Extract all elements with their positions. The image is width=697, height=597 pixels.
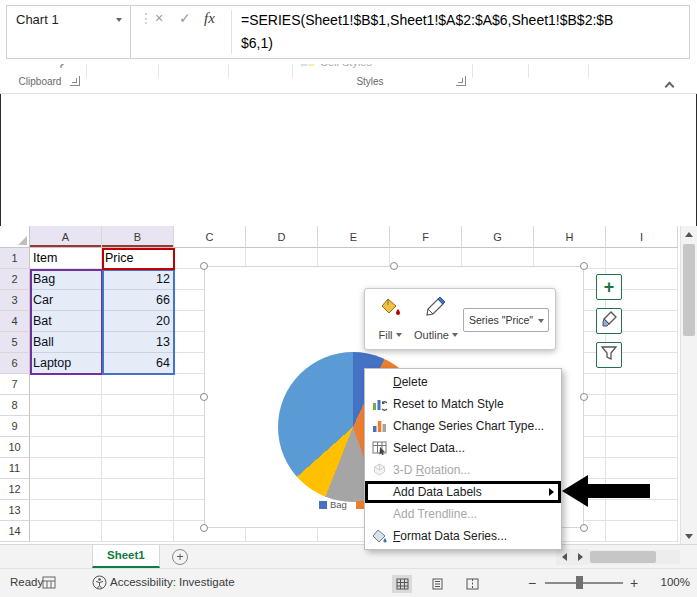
chart-handle-e[interactable] xyxy=(580,393,588,401)
column-header-a[interactable]: A xyxy=(30,226,102,248)
row-header-3[interactable]: 3 xyxy=(0,290,30,311)
cell-b6[interactable]: 64 xyxy=(102,353,174,374)
column-header-g[interactable]: G xyxy=(462,226,534,248)
row-header-2[interactable]: 2 xyxy=(0,269,30,290)
horizontal-scrollbar[interactable] xyxy=(588,550,680,564)
zoom-out-icon[interactable]: − xyxy=(528,575,536,591)
column-header-f[interactable]: F xyxy=(390,226,462,248)
cell-i7[interactable] xyxy=(606,374,678,395)
insert-function-icon[interactable]: fx xyxy=(204,10,215,27)
cell-i14[interactable] xyxy=(606,521,678,542)
cell-i1[interactable] xyxy=(606,248,678,269)
row-header-9[interactable]: 9 xyxy=(0,416,30,437)
cell-b12[interactable] xyxy=(102,479,174,500)
clipboard-dialog-launcher[interactable] xyxy=(70,76,80,86)
cell-a3[interactable]: Car xyxy=(30,290,102,311)
new-sheet-button[interactable]: + xyxy=(172,549,188,565)
series-selector[interactable]: Series "Price" xyxy=(463,308,549,332)
formula-input[interactable]: =SERIES(Sheet1!$B$1,Sheet1!$A$2:$A$6,She… xyxy=(241,9,621,55)
accessibility-status[interactable]: Accessibility: Investigate xyxy=(110,576,235,588)
vertical-scrollbar-thumb[interactable] xyxy=(683,244,695,336)
scroll-up-icon[interactable] xyxy=(681,226,697,242)
menu-item-delete[interactable]: Delete xyxy=(365,371,561,393)
cell-a5[interactable]: Ball xyxy=(30,332,102,353)
scroll-left-icon[interactable] xyxy=(556,549,572,565)
row-header-8[interactable]: 8 xyxy=(0,395,30,416)
cell-b3[interactable]: 66 xyxy=(102,290,174,311)
cell-a8[interactable] xyxy=(30,395,102,416)
zoom-level[interactable]: 100% xyxy=(652,576,690,588)
menu-item-select-data[interactable]: Select Data... xyxy=(365,437,561,459)
column-header-h[interactable]: H xyxy=(534,226,606,248)
row-header-11[interactable]: 11 xyxy=(0,458,30,479)
cell-b10[interactable] xyxy=(102,437,174,458)
fill-button[interactable]: Fill xyxy=(371,295,409,343)
menu-item-format-data-series[interactable]: Format Data Series... xyxy=(365,525,561,547)
cell-a2[interactable]: Bag xyxy=(30,269,102,290)
row-header-10[interactable]: 10 xyxy=(0,437,30,458)
row-header-1[interactable]: 1 xyxy=(0,248,30,269)
cell-a7[interactable] xyxy=(30,374,102,395)
vertical-scrollbar[interactable] xyxy=(680,226,697,544)
cell-b5[interactable]: 13 xyxy=(102,332,174,353)
horizontal-scrollbar-thumb[interactable] xyxy=(590,551,656,563)
chart-styles-button[interactable] xyxy=(596,308,622,334)
name-box[interactable]: Chart 1 xyxy=(7,6,131,58)
page-break-view-icon[interactable] xyxy=(462,575,482,593)
zoom-in-icon[interactable]: + xyxy=(630,575,638,591)
cell-a13[interactable] xyxy=(30,500,102,521)
chart-handle-sw[interactable] xyxy=(200,524,208,532)
cell-a9[interactable] xyxy=(30,416,102,437)
cell-b2[interactable]: 12 xyxy=(102,269,174,290)
macro-record-icon[interactable] xyxy=(42,576,56,591)
column-header-e[interactable]: E xyxy=(318,226,390,248)
chart-handle-w[interactable] xyxy=(200,393,208,401)
row-header-4[interactable]: 4 xyxy=(0,311,30,332)
cell-b7[interactable] xyxy=(102,374,174,395)
menu-item-add-data-labels[interactable]: Add Data Labels xyxy=(365,481,561,503)
enter-check-icon[interactable]: ✓ xyxy=(179,10,191,26)
chart-handle-nw[interactable] xyxy=(200,262,208,270)
cell-i10[interactable] xyxy=(606,437,678,458)
column-header-i[interactable]: I xyxy=(606,226,678,248)
zoom-slider-thumb[interactable] xyxy=(576,576,583,589)
chart-filters-button[interactable] xyxy=(596,342,622,368)
cell-b8[interactable] xyxy=(102,395,174,416)
styles-dialog-launcher[interactable] xyxy=(456,76,466,86)
series-selector-dropdown-icon[interactable] xyxy=(538,319,544,323)
cell-i9[interactable] xyxy=(606,416,678,437)
cell-b9[interactable] xyxy=(102,416,174,437)
scroll-down-icon[interactable] xyxy=(681,528,697,544)
cell-b11[interactable] xyxy=(102,458,174,479)
sheet-tab-sheet1[interactable]: Sheet1 xyxy=(92,545,160,568)
cell-b4[interactable]: 20 xyxy=(102,311,174,332)
cell-a4[interactable]: Bat xyxy=(30,311,102,332)
chart-handle-se[interactable] xyxy=(580,524,588,532)
row-header-5[interactable]: 5 xyxy=(0,332,30,353)
cell-a12[interactable] xyxy=(30,479,102,500)
cell-a11[interactable] xyxy=(30,458,102,479)
cell-a14[interactable] xyxy=(30,521,102,542)
column-header-b[interactable]: B xyxy=(102,226,174,248)
accessibility-icon[interactable] xyxy=(92,575,107,592)
cell-b1[interactable]: Price xyxy=(102,248,174,269)
cell-b14[interactable] xyxy=(102,521,174,542)
collapse-ribbon-icon[interactable] xyxy=(666,76,673,94)
menu-item-change-series-chart-type[interactable]: Change Series Chart Type... xyxy=(365,415,561,437)
row-header-12[interactable]: 12 xyxy=(0,479,30,500)
column-header-d[interactable]: D xyxy=(246,226,318,248)
row-header-6[interactable]: 6 xyxy=(0,353,30,374)
chart-handle-ne[interactable] xyxy=(580,262,588,270)
cell-i8[interactable] xyxy=(606,395,678,416)
scroll-right-icon[interactable] xyxy=(572,549,588,565)
chart-elements-button[interactable]: + xyxy=(596,274,622,300)
page-layout-view-icon[interactable] xyxy=(427,575,447,593)
cell-a10[interactable] xyxy=(30,437,102,458)
row-header-7[interactable]: 7 xyxy=(0,374,30,395)
cell-a6[interactable]: Laptop xyxy=(30,353,102,374)
name-box-dropdown-icon[interactable] xyxy=(116,18,122,22)
outline-button[interactable]: Outline xyxy=(411,295,461,343)
menu-item-reset-to-match-style[interactable]: Reset to Match Style xyxy=(365,393,561,415)
select-all-corner[interactable] xyxy=(0,226,30,248)
chart-handle-n[interactable] xyxy=(390,262,398,270)
